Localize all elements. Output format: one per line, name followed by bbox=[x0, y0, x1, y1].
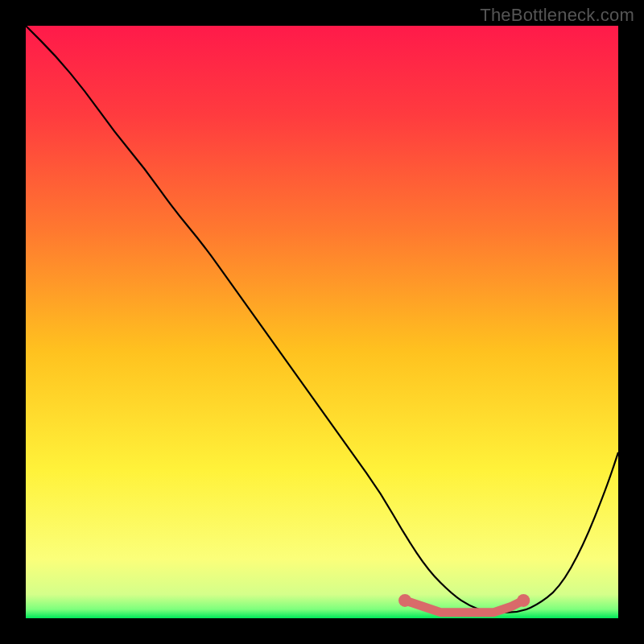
chart-curve-layer bbox=[26, 26, 618, 618]
optimal-zone-end-dot bbox=[517, 594, 530, 607]
chart-plot-area bbox=[26, 26, 618, 618]
watermark-text: TheBottleneck.com bbox=[480, 5, 634, 26]
bottleneck-curve bbox=[26, 26, 618, 613]
optimal-zone-end-dot bbox=[398, 594, 411, 607]
